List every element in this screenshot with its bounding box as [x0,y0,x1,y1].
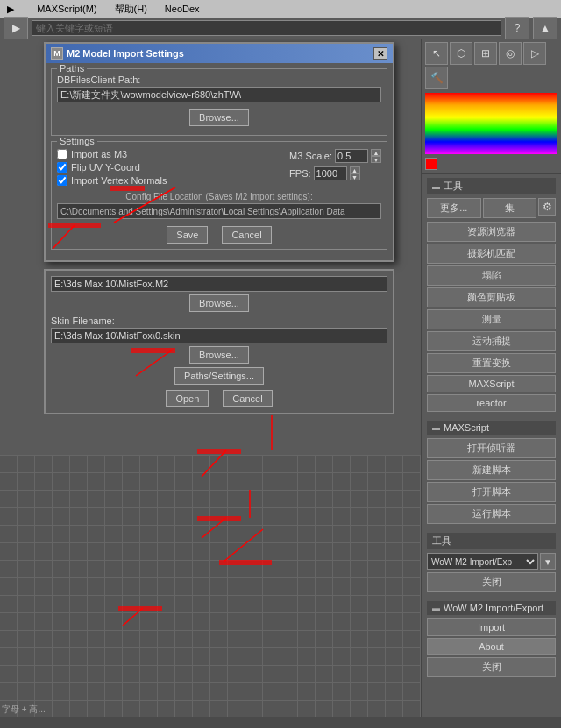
browse1-button[interactable]: Browse... [189,294,249,312]
open-button[interactable]: Open [166,390,209,407]
maxscript-section: ▬ MAXScript 打开侦听器 新建脚本 打开脚本 运行脚本 [422,417,561,529]
dialog-close-button[interactable]: ✕ [373,47,387,60]
config-path-input[interactable] [57,203,381,219]
skin-filename-label: Skin Filename: [51,315,387,326]
tool-maxscript[interactable]: MAXScript [427,375,556,392]
tool-color-clipboard[interactable]: 颜色剪贴板 [427,287,556,307]
tools-collapse-arrow[interactable]: ▬ [432,182,440,191]
paths-browse-button[interactable]: Browse... [189,109,249,126]
browse2-button[interactable]: Browse... [189,346,249,364]
tools2-title-label: 工具 [432,534,451,548]
toolbar-btn-2[interactable]: ? [505,17,529,39]
dialog-overlay: M M2 Model Import Settings ✕ Paths DBFil… [44,42,394,414]
svg-rect-7 [197,449,241,454]
display-icon-btn[interactable]: ▷ [523,42,546,65]
config-label: Config File Location (Saves M2 Import se… [57,192,381,201]
import-m3-label: Import as M3 [71,149,127,159]
label-left: 字母 + 高... [2,704,46,714]
search-bar: ▶ ? ▲ [0,18,561,39]
new-script-btn[interactable]: 新建脚本 [427,460,556,480]
menu-neodex[interactable]: NeoDex [161,2,203,16]
menu-bar: ▶ MAXScript(M) 帮助(H) NeoDex [0,0,561,18]
cancel-button-2[interactable]: Cancel [223,390,272,407]
wow-tool-arrow[interactable]: ▼ [540,553,556,570]
wow-section-title: ▬ WoW M2 Import/Export [427,601,556,615]
fps-spinner[interactable]: ▲ ▼ [350,166,360,180]
close2-btn[interactable]: 关闭 [427,657,556,677]
tool-camera-match[interactable]: 摄影机匹配 [427,244,556,264]
tool-collapse[interactable]: 塌陷 [427,265,556,286]
about-btn[interactable]: About [427,638,556,655]
dialog2-button-row: Open Cancel [51,390,387,407]
wow-collapse-arrow[interactable]: ▬ [432,604,440,612]
tool-reset-transform[interactable]: 重置变换 [427,353,556,373]
toolbar-btn-3[interactable]: ▲ [533,17,557,39]
set-button[interactable]: 集 [483,198,537,218]
flip-uv-checkbox[interactable] [57,162,67,173]
import-normals-checkbox[interactable] [57,175,67,186]
menu-item-0[interactable]: ▶ [4,2,23,17]
toolbar-btn-1[interactable]: ▶ [4,17,28,39]
dialog2-body: Browse... Skin Filename: Browse... Paths… [46,271,393,413]
hierarchy-icon-btn[interactable]: ⊞ [474,42,497,65]
skin-path-input[interactable] [51,328,387,343]
tools2-title: 工具 [427,533,556,549]
tool-motion-capture[interactable]: 运动捕捉 [427,331,556,351]
import-m3-checkbox[interactable] [57,149,67,159]
cursor-icon-btn[interactable]: ↖ [425,42,448,65]
m3-scale-up[interactable]: ▲ [371,149,381,156]
color-swatch[interactable] [425,158,437,170]
search-input[interactable] [32,20,501,36]
paths-settings-button[interactable]: Paths/Settings... [174,367,264,385]
flip-uv-label: Flip UV Y-Coord [71,162,140,173]
fps-up[interactable]: ▲ [350,166,360,173]
fps-label: FPS: [289,168,310,179]
m3-scale-label: M3 Scale: [289,151,332,161]
tool-resource-browser[interactable]: 资源浏览器 [427,222,556,242]
import-normals-label: Import Vertex Normals [71,175,167,186]
fps-down[interactable]: ▼ [350,173,360,180]
bottom-labels: 字母 + 高... [2,703,46,716]
import-normals-row: Import Vertex Normals [57,175,167,186]
file-path-input[interactable] [51,276,387,292]
icon-buttons-row: ↖ ⬡ ⊞ ◎ ▷ 🔨 [422,39,561,174]
run-script-btn[interactable]: 运行脚本 [427,504,556,524]
cancel-button-1[interactable]: Cancel [222,226,271,244]
settings-section-label: Settings [57,136,97,146]
m3-scale-input[interactable] [335,149,368,163]
flip-uv-row: Flip UV Y-Coord [57,162,167,173]
modify-icon-btn[interactable]: ⬡ [450,42,472,65]
db-files-input[interactable] [57,87,381,102]
menu-help[interactable]: 帮助(H) [111,1,151,18]
open-script-btn[interactable]: 打开脚本 [427,482,556,502]
close1-btn[interactable]: 关闭 [427,572,556,592]
menu-maxscript[interactable]: MAXScript(M) [33,2,100,16]
wow-section: ▬ WoW M2 Import/Export Import About 关闭 [422,597,561,682]
tools-section: ▬ 工具 更多... 集 ⚙ 资源浏览器 摄影机匹配 塌陷 颜色剪贴板 测量 运… [422,174,561,417]
paths-section: Paths DBFilesClient Path: Browse... [51,68,387,136]
maxscript-collapse-arrow[interactable]: ▬ [432,423,440,432]
save-button[interactable]: Save [167,226,208,244]
dialog-title-bar[interactable]: M M2 Model Import Settings ✕ [46,44,393,63]
fps-input[interactable] [314,166,347,180]
maxscript-title: ▬ MAXScript [427,421,556,435]
tools-icon[interactable]: ⚙ [538,198,556,216]
tools2-section: 工具 WoW M2 Import/Exp ▼ 关闭 [422,529,561,597]
viewport-area: M M2 Model Import Settings ✕ Paths DBFil… [0,39,421,717]
dialog-body: Paths DBFilesClient Path: Browse... Sett… [46,63,393,260]
m3-scale-down[interactable]: ▼ [371,156,381,163]
wow-section-title-label: WoW M2 Import/Export [444,603,543,613]
motion-icon-btn[interactable]: ◎ [499,42,522,65]
tools-title-label: 工具 [444,180,463,193]
more-button[interactable]: 更多... [427,198,481,218]
dialog1-button-row: Save Cancel [57,226,381,244]
open-listener-btn[interactable]: 打开侦听器 [427,438,556,458]
utilities-icon-btn[interactable]: 🔨 [425,67,448,89]
settings-section: Settings Import as M3 Flip UV Y-Coord [51,141,387,250]
color-gradient-bar [425,93,557,154]
m3-scale-spinner[interactable]: ▲ ▼ [371,149,381,163]
wow-tool-select[interactable]: WoW M2 Import/Exp [427,553,538,570]
import-btn[interactable]: Import [427,618,556,636]
tool-measure[interactable]: 测量 [427,309,556,329]
tool-reactor[interactable]: reactor [427,394,556,412]
